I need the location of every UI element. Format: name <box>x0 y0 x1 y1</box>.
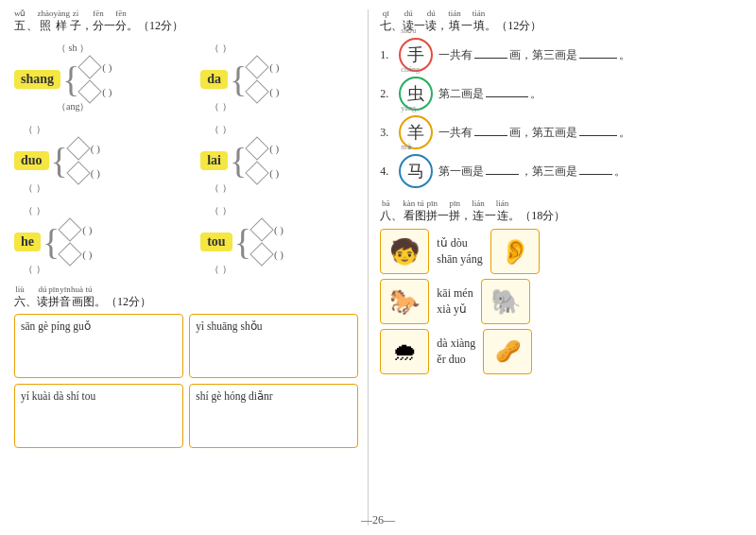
s6-text-4: shí gè hóng diǎnr <box>196 388 352 404</box>
s8-answer-elephant: 🐘 <box>481 279 530 324</box>
section5: 五wǔ、照zhào样yàng子zi，分fēn一分fēn。（12分） （ sh ）… <box>14 9 358 278</box>
section7: 七qī、读dú一读dú，填tián一填tián。（12分） 1. shǒu 手 … <box>380 9 742 188</box>
horse-icon: 🐎 <box>389 287 420 317</box>
phonics-unit-he: （ ） he { ( ) ( ) <box>14 200 172 278</box>
s6-box-3: yí kuài dà shí tou <box>14 384 183 448</box>
elephant-icon: 🐘 <box>490 287 521 317</box>
s7-item-2: 2. chóng 虫 第二画是。 <box>380 77 742 111</box>
section7-title: 七qī、读dú一读dú，填tián一填tián。（12分） <box>380 9 742 34</box>
s7-item-3: 3. yáng 羊 一共有画，第五画是。 <box>380 115 742 149</box>
s6-text-1: sān gè píng guǒ <box>21 319 177 334</box>
section7-items: 1. shǒu 手 一共有画，第三画是。 2. chóng 虫 <box>380 38 742 188</box>
s6-text-3: yí kuài dà shí tou <box>21 388 177 404</box>
s8-img-cloud: 🌧 <box>380 329 429 374</box>
s6-box-1: sān gè píng guǒ <box>14 314 183 378</box>
s8-img-boy: 🧒 <box>380 229 429 274</box>
s7-item-1: 1. shǒu 手 一共有画，第三画是。 <box>380 38 742 72</box>
s8-answer-peanut: 🥜 <box>483 329 532 374</box>
s8-words-row1: tǔ dòu shān yáng <box>437 236 482 267</box>
s8-word-tudou: tǔ dòu <box>437 236 482 250</box>
phonics-unit-da: （ ） da { ( ) ( ) <box>200 38 358 115</box>
s8-word-erduo: ěr duo <box>437 353 475 367</box>
left-column: 五wǔ、照zhào样yàng子zi，分fēn一分fēn。（12分） （ sh ）… <box>14 9 369 526</box>
boy-icon: 🧒 <box>389 237 420 267</box>
phonics-unit-shang: （ sh ） shang { ( ) ( ) <box>14 38 172 115</box>
s8-words-row3: dà xiàng ěr duo <box>437 337 475 367</box>
s6-text-2: yì shuāng shǒu <box>196 319 352 334</box>
phonics-unit-lai: （ ） lai { ( ) ( ) <box>200 119 358 197</box>
phonics-unit-tou: （ ） tou { ( ) ( ) <box>200 200 358 278</box>
s8-words-row2: kāi mén xià yǔ <box>437 286 472 317</box>
s7-item-4: 4. mǎ 马 第一画是，第三画是。 <box>380 154 742 188</box>
s6-box-2: yì shuāng shǒu <box>189 314 358 378</box>
ear-icon: 👂 <box>500 237 530 267</box>
char-box-ma: mǎ 马 <box>399 154 433 188</box>
s8-word-daxiang: dà xiàng <box>437 337 475 351</box>
section6-title: 六liù、读dú拼pīn音yīn画huà图tú。（12分） <box>14 285 358 310</box>
s8-word-shanyang: shān yáng <box>437 252 482 267</box>
s8-word-kaimen: kāi mén <box>437 286 472 301</box>
section5-title: 五wǔ、照zhào样yàng子zi，分fēn一分fēn。（12分） <box>14 9 358 34</box>
s8-answer-ear: 👂 <box>490 229 540 274</box>
syllable-da: da <box>200 70 228 89</box>
phonics-unit-duo: （ ） duo { ( ) ( ) <box>14 119 172 197</box>
section6-grid: sān gè píng guǒ yì shuāng shǒu yí kuài d… <box>14 314 358 448</box>
right-column: 七qī、读dú一读dú，填tián一填tián。（12分） 1. shǒu 手 … <box>369 9 742 526</box>
section6: 六liù、读dú拼pīn音yīn画huà图tú。（12分） sān gè pín… <box>14 285 358 448</box>
s6-box-4: shí gè hóng diǎnr <box>189 384 358 448</box>
section8-title: 八bā、看kàn图tú拼pīn一拼pīn，连lián一连lián。（18分） <box>380 199 742 224</box>
rain-icon: 🌧 <box>392 337 417 367</box>
syllable-he: he <box>14 233 41 251</box>
page: 五wǔ、照zhào样yàng子zi，分fēn一分fēn。（12分） （ sh ）… <box>0 0 756 535</box>
syllable-tou: tou <box>200 233 232 251</box>
peanut-icon: 🥜 <box>495 339 521 364</box>
syllable-lai: lai <box>200 151 228 170</box>
page-number: —26— <box>361 513 395 527</box>
syllable-shang: shang <box>14 70 60 89</box>
s8-img-horse: 🐎 <box>380 279 429 324</box>
s8-word-xiayu: xià yǔ <box>437 302 472 317</box>
section8: 八bā、看kàn图tú拼pīn一拼pīn，连lián一连lián。（18分） 🧒… <box>380 199 742 374</box>
syllable-duo: duo <box>14 151 49 170</box>
